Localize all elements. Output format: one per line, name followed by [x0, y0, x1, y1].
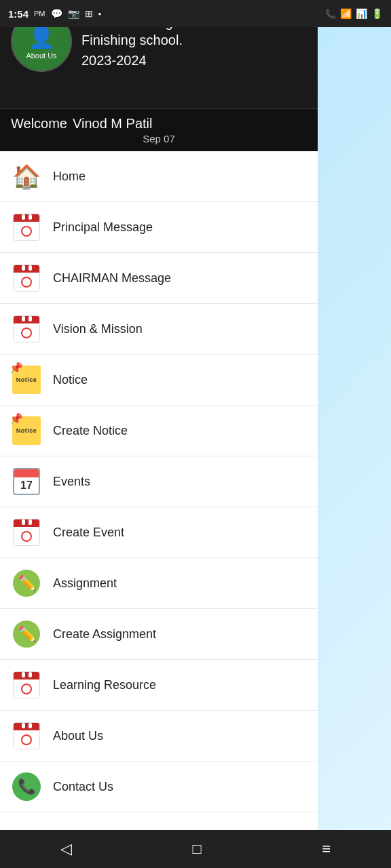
create-event-calendar-icon — [13, 519, 40, 546]
menu-label-events: Events — [53, 475, 90, 489]
menu-label-contact-us: Contact Us — [53, 780, 113, 794]
menu-label-create-notice: Create Notice — [53, 424, 128, 438]
menu-label-notice: Notice — [53, 373, 88, 387]
avatar-person-icon: 👤 — [28, 24, 55, 50]
menu-label-create-event: Create Event — [53, 526, 124, 540]
menu-label-assignment: Assignment — [53, 576, 117, 591]
about-us-calendar-icon — [13, 722, 40, 749]
create-notice-icon: Notice — [12, 416, 41, 445]
dot-icon: ● — [98, 11, 102, 17]
camera-icon: 📷 — [68, 8, 79, 19]
menu-label-chairman-message: CHAIRMAN Message — [53, 271, 171, 285]
menu-item-principal-message[interactable]: Principal Message — [0, 202, 318, 253]
school-year: 2023-2024 — [81, 53, 307, 68]
welcome-bar: Welcome Vinod M Patil Sep 07 — [0, 108, 318, 151]
menu-item-events[interactable]: 17 Events — [0, 456, 318, 507]
signal-icon: 📊 — [356, 8, 367, 19]
bottom-nav: ◁ □ ≡ — [0, 830, 391, 868]
menu-item-chairman-message[interactable]: CHAIRMAN Message — [0, 253, 318, 304]
menu-list: 🏠 Home Principal Message CHAIRMAN — [0, 151, 318, 868]
phone-icon: 📞 — [12, 772, 41, 801]
create-event-icon-wrap — [11, 517, 42, 548]
menu-item-create-assignment[interactable]: ✏️ Create Assignment — [0, 609, 318, 660]
notice-text: Notice — [16, 376, 37, 383]
menu-button[interactable]: ≡ — [308, 835, 344, 863]
chairman-icon-wrap — [11, 262, 42, 294]
create-notice-text: Notice — [16, 427, 37, 434]
about-us-icon-wrap — [11, 720, 42, 751]
learning-resource-calendar-icon — [13, 671, 40, 698]
home-icon: 🏠 — [12, 163, 41, 190]
learning-resource-icon-wrap — [11, 669, 42, 701]
status-ampm: PM — [34, 9, 45, 18]
menu-label-vision-mission: Vision & Mission — [53, 322, 143, 336]
menu-item-create-event[interactable]: Create Event — [0, 507, 318, 558]
navigation-drawer: 👤 About Us Deccan Management Consultants… — [0, 0, 318, 868]
menu-item-learning-resource[interactable]: Learning Resource — [0, 660, 318, 711]
menu-label-about-us: About Us — [53, 729, 103, 743]
menu-label-learning-resource: Learning Resource — [53, 678, 156, 692]
contact-us-icon-wrap: 📞 — [11, 771, 42, 802]
status-time: 1:54 — [8, 8, 29, 20]
welcome-prefix: Welcome — [11, 116, 67, 132]
menu-label-home: Home — [53, 170, 86, 184]
create-assignment-icon-wrap: ✏️ — [11, 618, 42, 650]
user-name: Vinod M Patil — [73, 116, 152, 132]
whatsapp-icon: 💬 — [51, 8, 62, 19]
wifi-icon: 📶 — [340, 8, 352, 19]
call-icon: 📞 — [325, 9, 336, 19]
notice-icon: Notice — [12, 366, 41, 394]
welcome-name: Welcome Vinod M Patil — [11, 116, 307, 132]
grid-icon: ⊞ — [85, 8, 93, 19]
menu-item-assignment[interactable]: ✏️ Assignment — [0, 558, 318, 609]
events-calendar-icon: 17 — [13, 468, 40, 495]
battery-icon: 🔋 — [371, 8, 383, 19]
chairman-calendar-icon — [13, 264, 40, 292]
avatar-label: About Us — [26, 52, 56, 60]
menu-label-create-assignment: Create Assignment — [53, 627, 156, 642]
menu-item-vision-mission[interactable]: Vision & Mission — [0, 304, 318, 355]
status-bar: 1:54 PM 💬 📷 ⊞ ● 📞 📶 📊 🔋 — [0, 0, 391, 27]
home-button[interactable]: □ — [179, 835, 215, 863]
back-button[interactable]: ◁ — [47, 835, 86, 863]
status-left: 1:54 PM 💬 📷 ⊞ ● — [8, 8, 101, 20]
notice-icon-wrap: Notice — [11, 364, 42, 395]
menu-item-about-us[interactable]: About Us — [0, 711, 318, 762]
home-icon-wrap: 🏠 — [11, 161, 42, 192]
menu-item-home[interactable]: 🏠 Home — [0, 151, 318, 202]
status-right: 📞 📶 📊 🔋 — [325, 8, 383, 19]
vision-calendar-icon — [13, 315, 40, 342]
menu-item-create-notice[interactable]: Notice Create Notice — [0, 406, 318, 456]
create-assignment-icon: ✏️ — [13, 620, 40, 648]
assignment-icon-wrap: ✏️ — [11, 568, 42, 599]
create-notice-icon-wrap: Notice — [11, 415, 42, 446]
vision-icon-wrap — [11, 313, 42, 344]
welcome-date: Sep 07 — [11, 133, 307, 144]
menu-item-notice[interactable]: Notice Notice — [0, 355, 318, 406]
menu-label-principal-message: Principal Message — [53, 220, 153, 235]
events-icon-wrap: 17 — [11, 466, 42, 497]
principal-calendar-icon — [13, 214, 40, 241]
menu-item-contact-us[interactable]: 📞 Contact Us — [0, 762, 318, 812]
assignment-icon: ✏️ — [13, 570, 40, 597]
principal-icon-wrap — [11, 212, 42, 243]
